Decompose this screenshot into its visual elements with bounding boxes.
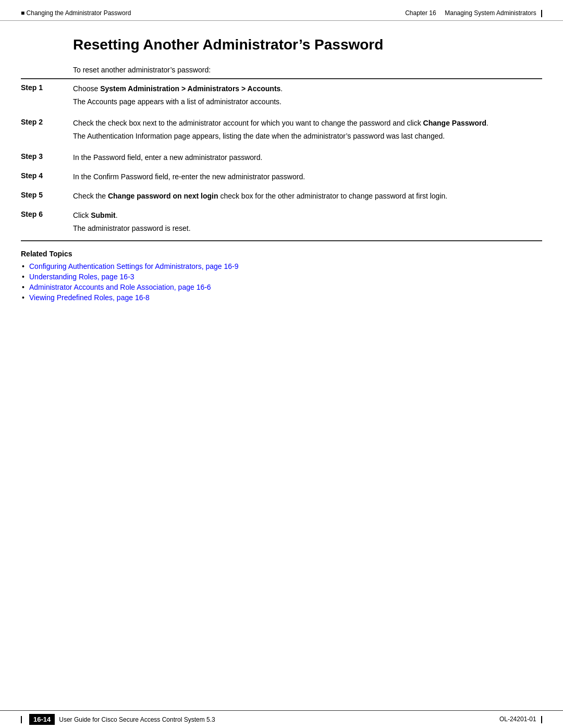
- step-2-content: Check the check box next to the administ…: [73, 118, 542, 144]
- step-3-content: In the Password field, enter a new admin…: [73, 152, 542, 163]
- related-link-4[interactable]: Viewing Predefined Roles, page 16-8: [29, 293, 150, 302]
- footer-bar-icon: [21, 716, 22, 723]
- footer-right: OL-24201-01: [499, 715, 542, 723]
- step-6-content: Click Submit. The administrator password…: [73, 210, 542, 236]
- step-4-row: Step 4 In the Confirm Password field, re…: [21, 167, 542, 187]
- related-link-3[interactable]: Administrator Accounts and Role Associat…: [29, 283, 211, 291]
- related-link-1[interactable]: Configuring Authentication Settings for …: [29, 262, 239, 270]
- related-topics-list: Configuring Authentication Settings for …: [21, 262, 542, 302]
- list-item: Configuring Authentication Settings for …: [21, 262, 542, 270]
- footer-doc-number: OL-24201-01: [499, 715, 536, 723]
- step-2-bold: Change Password: [423, 119, 486, 127]
- main-content: Resetting Another Administrator’s Passwo…: [0, 21, 563, 325]
- step-5-row: Step 5 Check the Change password on next…: [21, 187, 542, 206]
- step-2-row: Step 2 Check the check box next to the a…: [21, 114, 542, 148]
- list-item: Understanding Roles, page 16-3: [21, 273, 542, 281]
- step-2-label: Step 2: [21, 118, 73, 126]
- page-footer: 16-14 User Guide for Cisco Secure Access…: [0, 710, 563, 728]
- header-left-text: Changing the Administrator Password: [27, 9, 131, 17]
- step-4-label: Step 4: [21, 171, 73, 180]
- page-container: ■ Changing the Administrator Password Ch…: [0, 0, 563, 728]
- step-3-row: Step 3 In the Password field, enter a ne…: [21, 148, 542, 167]
- header-right: Chapter 16 Managing System Administrator…: [405, 9, 542, 17]
- header-chapter-title: Managing System Administrators: [445, 9, 536, 17]
- header-bar-icon: [541, 10, 542, 17]
- step-1-label: Step 1: [21, 83, 73, 92]
- step-6-note: The administrator password is reset.: [73, 223, 542, 234]
- page-title: Resetting Another Administrator’s Passwo…: [73, 36, 542, 53]
- step-6-bold: Submit: [91, 211, 115, 219]
- step-5-bold: Change password on next login: [108, 192, 218, 200]
- step-5-label: Step 5: [21, 191, 73, 199]
- step-3-label: Step 3: [21, 152, 73, 161]
- step-6-row: Step 6 Click Submit. The administrator p…: [21, 206, 542, 240]
- intro-paragraph: To reset another administrator’s passwor…: [73, 66, 542, 74]
- footer-guide-text: User Guide for Cisco Secure Access Contr…: [59, 716, 215, 723]
- step-6-label: Step 6: [21, 210, 73, 218]
- list-item: Viewing Predefined Roles, page 16-8: [21, 293, 542, 302]
- step-1-bold: System Administration > Administrators >…: [100, 84, 280, 93]
- header-section-marker: ■: [21, 9, 25, 17]
- header-left: ■ Changing the Administrator Password: [21, 9, 131, 17]
- related-topics-title: Related Topics: [21, 250, 542, 258]
- footer-page-number: 16-14: [29, 714, 55, 725]
- step-2-note: The Authentication Information page appe…: [73, 131, 542, 142]
- footer-left: 16-14 User Guide for Cisco Secure Access…: [21, 714, 215, 725]
- steps-wrapper: Step 1 Choose System Administration > Ad…: [21, 78, 542, 241]
- step-1-row: Step 1 Choose System Administration > Ad…: [21, 79, 542, 114]
- page-header: ■ Changing the Administrator Password Ch…: [0, 0, 563, 21]
- list-item: Administrator Accounts and Role Associat…: [21, 283, 542, 291]
- header-chapter-label: Chapter 16: [405, 9, 436, 17]
- footer-bar-right-icon: [541, 716, 542, 723]
- step-1-note: The Accounts page appears with a list of…: [73, 96, 542, 107]
- related-topics-section: Related Topics Configuring Authenticatio…: [21, 250, 542, 302]
- related-link-2[interactable]: Understanding Roles, page 16-3: [29, 273, 134, 281]
- step-5-content: Check the Change password on next login …: [73, 191, 542, 202]
- step-4-content: In the Confirm Password field, re-enter …: [73, 171, 542, 182]
- step-1-content: Choose System Administration > Administr…: [73, 83, 542, 109]
